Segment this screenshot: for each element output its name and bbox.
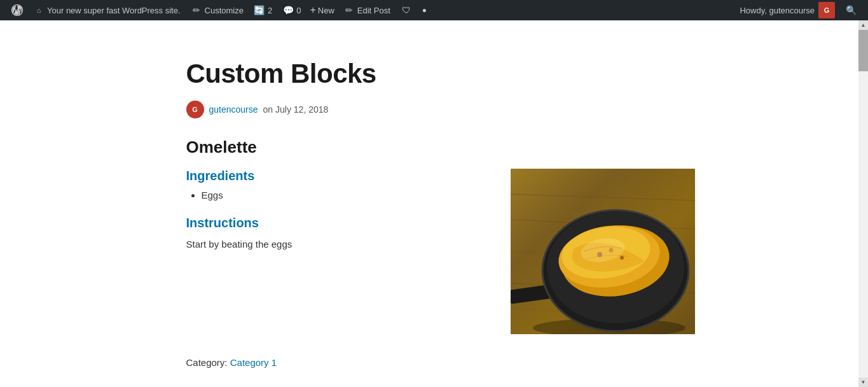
new-label: New [318, 6, 334, 15]
comments-count: 2 [268, 6, 272, 15]
customize-icon: ✏ [191, 4, 202, 16]
instructions-section: Instructions Start by beating the eggs [186, 216, 485, 252]
instruction-text: Start by beating the eggs [186, 237, 485, 252]
post-meta: G gutencourse on July 12, 2018 [186, 101, 695, 118]
wordpress-icon: W [11, 4, 23, 16]
instructions-heading: Instructions [186, 216, 485, 230]
omelette-illustration [511, 169, 695, 334]
scrollbar[interactable]: ▲ ▼ [858, 20, 868, 387]
category-label: Category: [186, 357, 228, 368]
messages-icon: 💬 [282, 4, 294, 16]
shield-icon: 🛡 [401, 4, 412, 16]
content-area: Custom Blocks G gutencourse on July 12, … [161, 20, 708, 387]
status-circle: ● [422, 6, 427, 15]
site-icon: ⌂ [33, 4, 45, 16]
recipe-block: Omelette Ingredients Eggs Instr [186, 137, 695, 368]
customize-button[interactable]: ✏ Customize [186, 0, 249, 20]
post-title: Custom Blocks [186, 59, 695, 89]
scrollbar-down-arrow[interactable]: ▼ [858, 377, 868, 387]
comments-button[interactable]: 🔄 2 [249, 0, 277, 20]
status-dot: ● [417, 0, 432, 20]
messages-button[interactable]: 💬 0 [277, 0, 306, 20]
author-avatar: G [186, 101, 204, 118]
howdy-label: Howdy, gutencourse [740, 6, 815, 15]
recipe-image [511, 169, 695, 334]
svg-point-19 [620, 256, 624, 260]
admin-bar: W ⌂ Your new super fast WordPress site. … [0, 0, 868, 20]
customize-label: Customize [205, 6, 244, 15]
category-link[interactable]: Category 1 [230, 357, 277, 368]
edit-post-button[interactable]: ✏ Edit Post [338, 0, 396, 20]
search-icon: 🔍 [845, 4, 857, 16]
ingredients-heading: Ingredients [186, 169, 485, 183]
wp-logo-button[interactable]: W [6, 0, 28, 20]
page-content: Custom Blocks G gutencourse on July 12, … [0, 20, 868, 387]
edit-post-label: Edit Post [357, 6, 390, 15]
user-avatar-admin: G [818, 2, 835, 18]
site-name-button[interactable]: ⌂ Your new super fast WordPress site. [28, 0, 186, 20]
scrollbar-up-arrow[interactable]: ▲ [858, 20, 868, 30]
ingredients-list: Eggs [186, 190, 485, 201]
wp-shield-button[interactable]: 🛡 [396, 0, 417, 20]
new-button[interactable]: + New [306, 4, 338, 16]
comments-icon: 🔄 [254, 4, 265, 16]
recipe-layout: Ingredients Eggs Instructions Start by b… [186, 169, 695, 334]
svg-text:W: W [14, 7, 20, 14]
edit-icon: ✏ [343, 4, 355, 16]
admin-bar-right: Howdy, gutencourse G 🔍 [734, 2, 862, 18]
recipe-title: Omelette [186, 137, 695, 157]
messages-count: 0 [296, 6, 301, 15]
recipe-text: Ingredients Eggs Instructions Start by b… [186, 169, 485, 267]
ingredient-item: Eggs [202, 190, 485, 201]
user-menu-button[interactable]: Howdy, gutencourse G [734, 2, 840, 18]
author-link[interactable]: gutencourse [209, 104, 258, 115]
post-date: on July 12, 2018 [263, 104, 329, 115]
search-button[interactable]: 🔍 [840, 4, 862, 16]
site-name-label: Your new super fast WordPress site. [47, 6, 181, 15]
plus-icon: + [310, 4, 315, 16]
ingredients-section: Ingredients Eggs [186, 169, 485, 201]
recipe-image-container [511, 169, 695, 334]
post-category: Category: Category 1 [186, 357, 695, 368]
